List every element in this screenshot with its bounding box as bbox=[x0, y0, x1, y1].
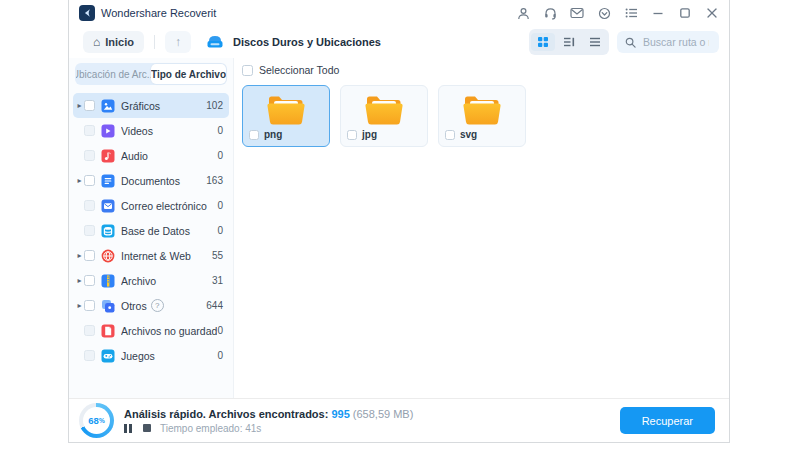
item-count: 31 bbox=[212, 275, 223, 286]
pause-scan-button[interactable] bbox=[124, 424, 134, 433]
folder-icon bbox=[461, 93, 503, 131]
feedback-mail-icon[interactable] bbox=[570, 6, 584, 20]
titlebar: Wondershare Recoverit bbox=[69, 0, 729, 26]
minimize-icon[interactable] bbox=[651, 6, 665, 20]
expander-icon[interactable]: ▸ bbox=[75, 176, 84, 185]
item-label: Documentos bbox=[121, 175, 206, 187]
checkbox-audio[interactable] bbox=[84, 150, 95, 161]
checkbox-internet[interactable] bbox=[84, 250, 95, 261]
sidebar-item-correo[interactable]: Correo electrónico0 bbox=[73, 193, 229, 218]
home-button[interactable]: ⌂ Inicio bbox=[83, 31, 144, 53]
progress-percent: 68 bbox=[88, 415, 99, 426]
update-icon[interactable] bbox=[597, 6, 611, 20]
expander-icon[interactable]: ▸ bbox=[75, 251, 84, 260]
breadcrumb-location: Discos Duros y Ubicaciones bbox=[233, 36, 381, 48]
scan-status-bar: 68% Análisis rápido. Archivos encontrado… bbox=[69, 398, 729, 442]
folder-checkbox-svg[interactable] bbox=[445, 130, 455, 140]
sidebar-item-juegos[interactable]: Juegos0 bbox=[73, 343, 229, 368]
checkbox-otros[interactable] bbox=[84, 300, 95, 311]
sidebar-item-basededatos[interactable]: Base de Datos0 bbox=[73, 218, 229, 243]
game-type-icon bbox=[101, 349, 115, 363]
globe-type-icon bbox=[101, 249, 115, 263]
home-icon: ⌂ bbox=[93, 36, 100, 48]
database-type-icon bbox=[101, 224, 115, 238]
recoverit-logo-icon bbox=[79, 5, 95, 21]
drive-icon bbox=[205, 34, 225, 50]
video-type-icon bbox=[101, 124, 115, 138]
doc-type-icon bbox=[101, 174, 115, 188]
close-icon[interactable] bbox=[705, 6, 719, 20]
folder-card-jpg[interactable]: jpg bbox=[340, 85, 428, 147]
sidebar-item-videos[interactable]: Videos0 bbox=[73, 118, 229, 143]
view-toggle-group bbox=[529, 29, 609, 55]
expander-icon[interactable]: ▸ bbox=[75, 276, 84, 285]
help-icon[interactable]: ? bbox=[151, 299, 164, 312]
sidebar-item-internet[interactable]: ▸Internet & Web55 bbox=[73, 243, 229, 268]
detail-view-icon[interactable] bbox=[557, 33, 581, 51]
select-all-row[interactable]: Seleccionar Todo bbox=[242, 64, 721, 76]
recover-button[interactable]: Recuperar bbox=[620, 407, 715, 434]
sidebar-item-documentos[interactable]: ▸Documentos163 bbox=[73, 168, 229, 193]
item-label: Base de Datos bbox=[121, 225, 217, 237]
item-count: 0 bbox=[217, 200, 223, 211]
checkbox-documentos[interactable] bbox=[84, 175, 95, 186]
item-label: Juegos bbox=[121, 350, 217, 362]
checkbox-noguardados[interactable] bbox=[84, 325, 95, 336]
search-input[interactable] bbox=[641, 35, 711, 49]
item-label: Archivo bbox=[121, 275, 212, 287]
sidebar-item-archivo[interactable]: ▸Archivo31 bbox=[73, 268, 229, 293]
app-window: Wondershare Recoverit ⌂ Inicio ↑ Discos … bbox=[68, 0, 730, 443]
folder-grid: png jpg svg bbox=[242, 85, 721, 147]
item-label: Internet & Web bbox=[121, 250, 212, 262]
sidebar-tabs: Ubicación de Arc...Tipo de Archivo bbox=[75, 63, 227, 85]
checkbox-videos[interactable] bbox=[84, 125, 95, 136]
unsaved-type-icon bbox=[101, 324, 115, 338]
select-all-checkbox[interactable] bbox=[242, 65, 253, 76]
menu-list-icon[interactable] bbox=[624, 6, 638, 20]
expander-icon[interactable]: ▸ bbox=[75, 301, 84, 310]
folder-checkbox-jpg[interactable] bbox=[347, 130, 357, 140]
folder-card-png[interactable]: png bbox=[242, 85, 330, 147]
image-type-icon bbox=[101, 99, 115, 113]
mail-type-icon bbox=[101, 199, 115, 213]
scan-status: Análisis rápido. Archivos encontrados: 9… bbox=[124, 408, 610, 434]
checkbox-archivo[interactable] bbox=[84, 275, 95, 286]
files-found-count: 995 bbox=[331, 408, 349, 420]
sidebar-item-noguardados[interactable]: Archivos no guardados0 bbox=[73, 318, 229, 343]
account-icon[interactable] bbox=[516, 6, 530, 20]
search-box[interactable] bbox=[617, 31, 719, 53]
maximize-icon[interactable] bbox=[678, 6, 692, 20]
item-label: Videos bbox=[121, 125, 217, 137]
file-type-list: ▸Gráficos102Videos0Audio0▸Documentos163C… bbox=[73, 93, 229, 368]
navigation-toolbar: ⌂ Inicio ↑ Discos Duros y Ubicaciones bbox=[69, 26, 729, 58]
files-found-size: (658,59 MB) bbox=[353, 408, 414, 420]
folder-card-svg[interactable]: svg bbox=[438, 85, 526, 147]
filter-sidebar: Ubicación de Arc...Tipo de Archivo ▸Gráf… bbox=[69, 58, 234, 398]
stop-scan-button[interactable] bbox=[143, 424, 151, 433]
sidebar-tab-location[interactable]: Ubicación de Arc... bbox=[76, 64, 151, 84]
sidebar-item-otros[interactable]: ▸Otros?644 bbox=[73, 293, 229, 318]
checkbox-correo[interactable] bbox=[84, 200, 95, 211]
item-count: 0 bbox=[217, 350, 223, 361]
expander-icon[interactable]: ▸ bbox=[75, 101, 84, 110]
scan-summary: Análisis rápido. Archivos encontrados: 9… bbox=[124, 408, 610, 420]
checkbox-graficos[interactable] bbox=[84, 100, 95, 111]
folder-checkbox-png[interactable] bbox=[249, 130, 259, 140]
item-label: Audio bbox=[121, 150, 217, 162]
item-count: 102 bbox=[206, 100, 223, 111]
checkbox-juegos[interactable] bbox=[84, 350, 95, 361]
sidebar-item-graficos[interactable]: ▸Gráficos102 bbox=[73, 93, 229, 118]
item-label: Otros? bbox=[121, 299, 206, 312]
checkbox-basededatos[interactable] bbox=[84, 225, 95, 236]
list-view-icon[interactable] bbox=[583, 33, 607, 51]
sidebar-tab-filetype[interactable]: Tipo de Archivo bbox=[151, 64, 226, 84]
folder-icon bbox=[265, 93, 307, 131]
audio-type-icon bbox=[101, 149, 115, 163]
up-navigation-button[interactable]: ↑ bbox=[165, 31, 191, 53]
grid-view-icon[interactable] bbox=[531, 33, 555, 51]
support-headset-icon[interactable] bbox=[543, 6, 557, 20]
sidebar-item-audio[interactable]: Audio0 bbox=[73, 143, 229, 168]
item-count: 0 bbox=[217, 325, 223, 336]
toolbar-divider bbox=[154, 35, 155, 49]
item-count: 0 bbox=[217, 225, 223, 236]
